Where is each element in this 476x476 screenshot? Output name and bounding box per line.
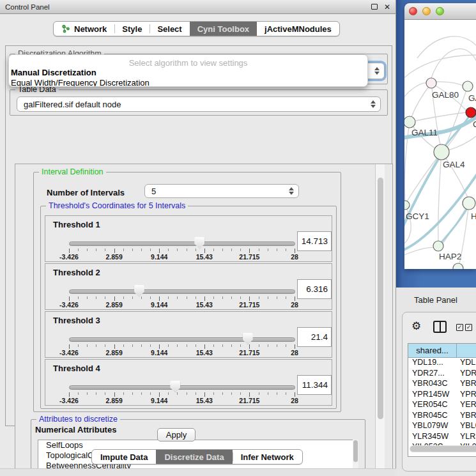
gear-icon[interactable]: ⚙ — [411, 319, 421, 332]
table-data-combobox[interactable]: galFiltered.sif default node — [17, 96, 381, 112]
tab-network[interactable]: Network — [54, 22, 114, 36]
network-tab-icon — [61, 24, 70, 33]
settings-scroll-panel: Interval Definition Number of Intervals … — [15, 164, 393, 470]
split-view-icon[interactable] — [433, 321, 447, 333]
table-row[interactable]: YDL19... YDL1 — [408, 358, 476, 369]
dropdown-prompt: Select algorithm to view settings — [9, 58, 367, 68]
apply-button[interactable]: Apply — [157, 428, 196, 441]
threshold-2-panel: Threshold 2 -3.4262.8599.14415.4321.7152… — [45, 263, 332, 310]
node-label-hap2: HAP2 — [439, 252, 461, 261]
zoom-button[interactable] — [436, 7, 444, 15]
column-header-name[interactable]: na — [457, 344, 476, 357]
combo-arrows-icon — [371, 100, 376, 108]
number-of-intervals-spinner[interactable]: 5 — [144, 184, 299, 198]
table-row[interactable]: YBR045C YBR0 — [408, 411, 476, 422]
node-label-c-clipped: C — [473, 119, 476, 129]
tab-cyni-toolbox[interactable]: Cyni Toolbox — [190, 22, 257, 36]
control-panel-titlebar: Control Panel ✕ — [0, 0, 395, 14]
threshold-3-slider-thumb[interactable] — [243, 333, 253, 345]
control-panel-tabs: Network Style Select Cyni Toolbox jActiv… — [53, 21, 340, 36]
threshold-4-slider-thumb[interactable] — [170, 381, 180, 393]
threshold-2-value-field[interactable]: 6.316 — [297, 279, 332, 299]
combo-arrows-icon — [374, 67, 380, 75]
threshold-4-slider-track[interactable] — [69, 385, 295, 390]
close-icon[interactable]: ✕ — [384, 3, 390, 11]
node-label-ga-clipped: GA — [468, 93, 476, 103]
node-gcy1[interactable] — [404, 201, 410, 210]
table-data-value: galFiltered.sif default node — [24, 100, 121, 109]
node-gal4[interactable] — [434, 144, 449, 160]
thresholds-group-title: Threshold's Coordinates for 5 Intervals — [46, 201, 188, 210]
table-row[interactable]: YDR27... YDR2 — [408, 369, 476, 380]
float-window-icon[interactable] — [371, 4, 378, 10]
node-label-h-clipped: H — [471, 211, 476, 221]
network-window-titlebar — [404, 3, 476, 20]
tab-jactivemnodules[interactable]: jActiveMNodules — [257, 22, 339, 36]
threshold-3-panel: Threshold 3 -3.4262.8599.14415.4321.7152… — [45, 311, 332, 358]
thresholds-group: Threshold's Coordinates for 5 Intervals … — [40, 206, 337, 409]
node-hap2[interactable] — [433, 241, 443, 251]
table-row[interactable]: YBR043C YBR0 — [408, 379, 476, 390]
node-attribute-table: shared... na YDL19... YDL1 YDR27... YDR2 — [408, 343, 476, 457]
node-label-gcy1: GCY1 — [406, 211, 429, 221]
interval-definition-title: Interval Definition — [39, 167, 106, 176]
threshold-1-slider-track[interactable] — [69, 242, 295, 246]
network-canvas[interactable]: GAL80 GA C GAL11 GAL4 GCY1 H HAP2 — [404, 20, 476, 269]
network-graph — [404, 20, 476, 269]
table-row[interactable]: YER054C YER0 — [408, 400, 476, 411]
tab-discretize-data[interactable]: Discretize Data — [156, 450, 232, 464]
scrollbar-thumb[interactable] — [378, 178, 383, 419]
node-label-gal4: GAL4 — [443, 160, 465, 169]
dropdown-option-manual[interactable]: Manual Discretization — [9, 68, 367, 78]
table-row[interactable]: YLR345W YLR3 — [408, 432, 476, 443]
tab-select[interactable]: Select — [150, 22, 189, 36]
node-label-gal80: GAL80 — [432, 90, 459, 100]
checkbox-icon[interactable] — [465, 324, 472, 331]
node-h[interactable] — [463, 197, 475, 210]
scrollbar-thumb[interactable] — [410, 446, 476, 452]
attributes-list-scrollbar[interactable] — [353, 440, 358, 470]
node-label-gal11: GAL11 — [411, 128, 438, 137]
node-bottom-partial[interactable] — [453, 263, 463, 269]
table-panel-title: Table Panel — [414, 295, 457, 305]
tab-style[interactable]: Style — [114, 22, 150, 36]
spinner-arrows-icon — [289, 187, 294, 195]
network-view-frame: GAL80 GA C GAL11 GAL4 GCY1 H HAP2 — [396, 0, 476, 288]
table-row[interactable]: YPR145W YPR1 — [408, 390, 476, 401]
threshold-1-panel: Threshold 1 -3.4262.8599.14415.4321.7152… — [45, 215, 332, 262]
node-gal11[interactable] — [404, 116, 415, 128]
threshold-1-value-field[interactable]: 14.713 — [297, 231, 332, 251]
threshold-1-slider-thumb[interactable] — [194, 237, 204, 249]
node-top-right[interactable] — [463, 81, 473, 91]
number-of-intervals-label: Number of Intervals — [47, 188, 125, 197]
algorithm-dropdown-popup: Select algorithm to view settings Manual… — [8, 54, 368, 87]
table-panel-card: ⚙ shared... na YDL19... YDL1 — [402, 312, 476, 472]
attributes-group-title: Attributes to discretize — [36, 415, 120, 424]
interval-definition-group: Interval Definition Number of Intervals … — [33, 172, 341, 412]
minimize-button[interactable] — [422, 7, 431, 15]
threshold-4-panel: Threshold 4 -3.4262.8599.14415.4321.7152… — [45, 359, 332, 406]
threshold-3-slider-track[interactable] — [69, 337, 295, 342]
threshold-3-value-field[interactable]: 21.4 — [297, 327, 332, 347]
table-row[interactable]: YBL079W YBL0 — [408, 421, 476, 432]
node-gal80[interactable] — [426, 78, 436, 88]
table-data-group: Table Data galFiltered.sif default node — [10, 89, 388, 116]
column-header-shared[interactable]: shared... — [408, 344, 457, 357]
table-panel: Table Panel ⚙ shared... na YDL19... YDL1 — [396, 288, 476, 476]
threshold-2-slider-thumb[interactable] — [134, 285, 144, 297]
tab-infer-network[interactable]: Infer Network — [233, 450, 302, 464]
settings-vertical-scrollbar[interactable] — [375, 164, 385, 469]
close-button[interactable] — [409, 7, 417, 15]
threshold-2-slider-track[interactable] — [69, 289, 295, 294]
node-red-selected[interactable] — [466, 107, 476, 118]
network-view-window: GAL80 GA C GAL11 GAL4 GCY1 H HAP2 — [404, 3, 476, 269]
numerical-attributes-label: Numerical Attributes — [35, 425, 116, 434]
threshold-4-value-field[interactable]: 11.344 — [297, 375, 332, 395]
dropdown-option-equal-width[interactable]: Equal Width/Frequency Discretization — [9, 78, 367, 88]
table-horizontal-scrollbar[interactable] — [410, 445, 476, 452]
table-rows: YDL19... YDL1 YDR27... YDR2 YBR043C YBR0 — [408, 358, 476, 453]
checkbox-icon[interactable] — [456, 324, 463, 331]
cyni-toolbox-panel: Discretization Algorithm Manual Discreti… — [5, 45, 392, 426]
panel-title: Control Panel — [5, 3, 50, 11]
tab-impute-data[interactable]: Impute Data — [92, 450, 156, 464]
